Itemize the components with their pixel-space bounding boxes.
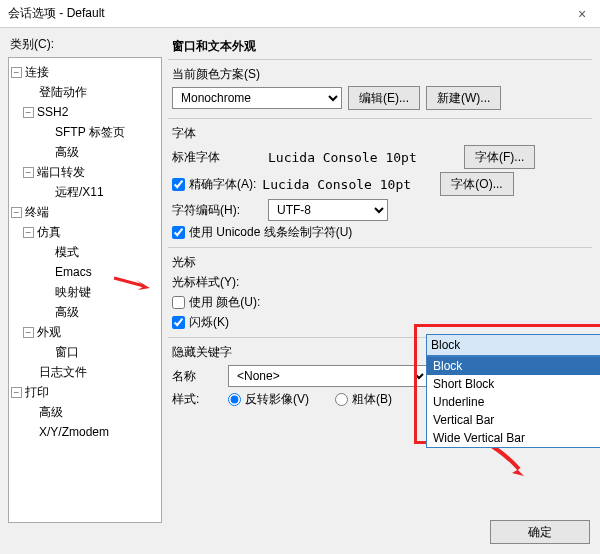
cursor-style-value: Block [431, 338, 460, 352]
tree-item[interactable]: 远程/X11 [55, 183, 104, 201]
precise-font-button[interactable]: 字体(O)... [440, 172, 513, 196]
collapse-icon[interactable]: − [23, 107, 34, 118]
tree-item[interactable]: Emacs [55, 263, 92, 281]
encoding-select[interactable]: UTF-8 [268, 199, 388, 221]
cursor-style-select[interactable]: Block ▼ [426, 334, 600, 356]
new-scheme-button[interactable]: 新建(W)... [426, 86, 501, 110]
cursor-style-dropdown[interactable]: Block Short Block Underline Vertical Bar… [426, 356, 600, 448]
tree-item[interactable]: 日志文件 [39, 363, 87, 381]
tree-item[interactable]: SFTP 标签页 [55, 123, 125, 141]
use-color-checkbox[interactable]: 使用 颜色(U): [172, 294, 260, 311]
ok-button[interactable]: 确定 [490, 520, 590, 544]
bold-radio[interactable]: 粗体(B) [335, 391, 392, 408]
hidekey-name-select[interactable]: <None> [228, 365, 428, 387]
tree-item[interactable]: 终端 [25, 203, 49, 221]
dropdown-option[interactable]: Block [427, 357, 600, 375]
precise-font-value: Lucida Console 10pt [262, 177, 434, 192]
cursor-style-label: 光标样式(Y): [172, 274, 262, 291]
fonts-group-label: 字体 [172, 125, 196, 142]
dropdown-option[interactable]: Underline [427, 393, 600, 411]
collapse-icon[interactable]: − [11, 67, 22, 78]
dropdown-option[interactable]: Wide Vertical Bar [427, 429, 600, 447]
tree-item[interactable]: 高级 [55, 303, 79, 321]
category-label: 类别(C): [8, 34, 162, 57]
precise-font-checkbox[interactable]: 精确字体(A): [172, 176, 256, 193]
dropdown-option[interactable]: Short Block [427, 375, 600, 393]
blink-checkbox[interactable]: 闪烁(K) [172, 314, 229, 331]
reverse-radio[interactable]: 反转影像(V) [228, 391, 309, 408]
hidekey-name-label: 名称 [172, 368, 222, 385]
tree-item[interactable]: X/Y/Zmodem [39, 423, 109, 441]
tree-item[interactable]: 登陆动作 [39, 83, 87, 101]
tree-item[interactable]: 端口转发 [37, 163, 85, 181]
tree-item[interactable]: 连接 [25, 63, 49, 81]
cursor-group-label: 光标 [172, 254, 196, 271]
collapse-icon[interactable]: − [11, 387, 22, 398]
hidekey-style-label: 样式: [172, 391, 222, 408]
window-title: 会话选项 - Default [8, 5, 105, 22]
encoding-label: 字符编码(H): [172, 202, 262, 219]
tree-item[interactable]: SSH2 [37, 103, 68, 121]
hidekey-group-label: 隐藏关键字 [172, 344, 232, 361]
collapse-icon[interactable]: − [23, 327, 34, 338]
tree-item[interactable]: 仿真 [37, 223, 61, 241]
tree-item[interactable]: 打印 [25, 383, 49, 401]
section-title: 窗口和文本外观 [168, 34, 592, 59]
std-font-button[interactable]: 字体(F)... [464, 145, 535, 169]
color-scheme-select[interactable]: Monochrome [172, 87, 342, 109]
std-font-label: 标准字体 [172, 149, 262, 166]
collapse-icon[interactable]: − [11, 207, 22, 218]
tree-item[interactable]: 高级 [55, 143, 79, 161]
tree-item[interactable]: 窗口 [55, 343, 79, 361]
tree-item[interactable]: 高级 [39, 403, 63, 421]
category-tree[interactable]: −连接 登陆动作 −SSH2 SFTP 标签页 高级 −端口转发 远程/X11 … [8, 57, 162, 523]
tree-item[interactable]: 模式 [55, 243, 79, 261]
unicode-lines-checkbox[interactable]: 使用 Unicode 线条绘制字符(U) [172, 224, 352, 241]
close-icon[interactable]: × [572, 6, 592, 22]
tree-item[interactable]: 外观 [37, 323, 61, 341]
collapse-icon[interactable]: − [23, 167, 34, 178]
collapse-icon[interactable]: − [23, 227, 34, 238]
std-font-value: Lucida Console 10pt [268, 150, 458, 165]
color-scheme-label: 当前颜色方案(S) [172, 66, 262, 83]
tree-item[interactable]: 映射键 [55, 283, 91, 301]
edit-scheme-button[interactable]: 编辑(E)... [348, 86, 420, 110]
dropdown-option[interactable]: Vertical Bar [427, 411, 600, 429]
